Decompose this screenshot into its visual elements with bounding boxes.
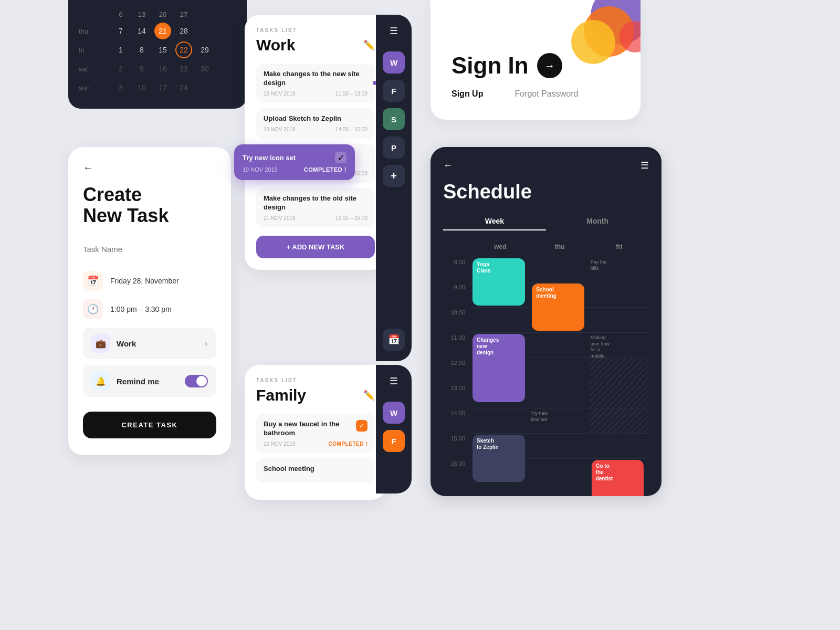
event-try-icon[interactable]: Try newicon set xyxy=(530,408,589,425)
cal-num[interactable]: 3 xyxy=(112,79,129,96)
remind-toggle[interactable] xyxy=(185,375,208,387)
tasks-family-card: TASKS LIST Family ✏️ Buy a new faucet in… xyxy=(245,365,386,500)
event-yoga[interactable]: YogaClass xyxy=(472,258,525,306)
category-icon: 💼 xyxy=(91,334,110,353)
cal-num[interactable]: 30 xyxy=(196,60,213,77)
cal-num[interactable]: 10 xyxy=(133,79,150,96)
cal-h2: 13 xyxy=(131,8,152,20)
svg-point-2 xyxy=(571,20,615,64)
avatar-p[interactable]: P xyxy=(383,136,405,159)
cell-fri-15 xyxy=(590,433,649,458)
event-dentist[interactable]: Go tothedentist xyxy=(592,460,644,496)
event-pay-bills[interactable]: Pay thebills xyxy=(590,257,649,274)
completed-label: COMPLETED ! xyxy=(329,441,368,447)
cal-num[interactable]: 16 xyxy=(154,60,171,77)
cal-num[interactable]: 24 xyxy=(175,79,192,96)
menu-icon-family[interactable]: ☰ xyxy=(390,375,398,387)
clock-icon: 🕐 xyxy=(83,299,103,319)
task-name-input[interactable] xyxy=(83,240,216,258)
task-item[interactable]: Buy a new faucet in the bathroom ✓ 16 NO… xyxy=(256,414,375,453)
task-date: 21 NOV 2019 xyxy=(264,215,296,221)
cal-num[interactable]: 29 xyxy=(196,41,213,58)
tasks-work-title: Work xyxy=(256,36,295,54)
cal-empty xyxy=(79,8,110,20)
menu-icon[interactable]: ☰ xyxy=(390,25,398,37)
time-11: 11:00 xyxy=(443,332,470,358)
avatar-s[interactable]: S xyxy=(383,108,405,130)
task-item[interactable]: Make changes to the new site design 18 N… xyxy=(256,64,375,103)
cell-wed-14 xyxy=(470,408,530,433)
task-name: Upload Sketch to Zeplin xyxy=(264,114,368,123)
cal-num[interactable]: 28 xyxy=(175,23,192,39)
cell-thu-11 xyxy=(530,332,589,358)
schedule-back-button[interactable]: ← xyxy=(443,160,453,171)
schedule-card: ← ☰ Schedule Week Month wed thu fri 8:00… xyxy=(430,147,662,496)
cal-sun: sun xyxy=(79,79,110,96)
avatar-w-family[interactable]: W xyxy=(383,402,405,424)
cal-sat: sat xyxy=(79,60,110,77)
add-task-button[interactable]: + ADD NEW TASK xyxy=(256,236,375,258)
task-item[interactable]: Make changes to the old site design 21 N… xyxy=(256,188,375,227)
tab-month[interactable]: Month xyxy=(546,213,649,230)
bubble-status: COMPLETED ! xyxy=(304,166,346,173)
signin-card: Sign In → Sign Up Forgot Password xyxy=(430,0,640,120)
time-10: 10:00 xyxy=(443,307,470,332)
avatar-f[interactable]: F xyxy=(383,80,405,102)
calendar-sidebar-icon[interactable]: 📅 xyxy=(383,329,405,351)
edit-icon[interactable]: ✏️ xyxy=(363,390,375,401)
col-empty xyxy=(443,241,470,257)
cal-num[interactable]: 23 xyxy=(175,60,192,77)
cell-thu-9: Schoolmeeting xyxy=(530,282,589,307)
cal-num[interactable]: 17 xyxy=(154,79,171,96)
event-school-meeting[interactable]: Schoolmeeting xyxy=(532,284,584,331)
cal-num-ring[interactable]: 22 xyxy=(175,41,192,58)
cell-thu-16 xyxy=(530,458,589,484)
back-button[interactable]: ← xyxy=(83,162,216,174)
cell-fri-14 xyxy=(590,408,649,433)
create-task-card: ← CreateNew Task 📅 Friday 28, November 🕐… xyxy=(68,147,231,455)
cal-num[interactable]: 8 xyxy=(133,41,150,58)
event-changes-design[interactable]: Changesnewdesign xyxy=(472,334,525,402)
time-value: 1:00 pm – 3:30 pm xyxy=(110,305,172,313)
task-item[interactable]: School meeting xyxy=(256,458,375,483)
cell-fri-11: Makinguser flowfor amobileapp xyxy=(590,332,649,358)
cal-num[interactable]: 1 xyxy=(112,41,129,58)
task-time: 11:00 – 13:00 xyxy=(335,91,368,97)
cal-h4: 27 xyxy=(173,8,194,20)
cell-thu-14: Try newicon set xyxy=(530,408,589,433)
signup-link[interactable]: Sign Up xyxy=(452,89,483,99)
schedule-tabs: Week Month xyxy=(443,213,649,230)
cell-fri-9 xyxy=(590,282,649,307)
tab-week[interactable]: Week xyxy=(443,213,546,230)
avatar-f-family[interactable]: F xyxy=(383,430,405,452)
time-14: 14:00 xyxy=(443,408,470,433)
cal-today[interactable]: 21 xyxy=(154,23,171,39)
cal-num[interactable]: 15 xyxy=(154,41,171,58)
calendar-card: 6 13 20 27 thu 7 14 21 28 fri 1 8 15 22 … xyxy=(68,0,247,109)
cal-num[interactable]: 9 xyxy=(133,60,150,77)
add-avatar-button[interactable]: + xyxy=(383,165,405,187)
cal-num[interactable]: 7 xyxy=(112,23,129,39)
time-12: 12:00 xyxy=(443,358,470,383)
create-task-button[interactable]: CREATE TASK xyxy=(83,412,216,438)
cal-num[interactable]: 14 xyxy=(133,23,150,39)
time-15: 15:00 xyxy=(443,433,470,458)
task-date: 18 NOV 2019 xyxy=(264,127,296,132)
forgot-password-link[interactable]: Forgot Password xyxy=(514,89,578,99)
category-row[interactable]: 💼 Work › xyxy=(83,328,216,359)
sidebar-work: ☰ W F S P + 📅 xyxy=(376,15,412,361)
cal-thu: thu xyxy=(79,23,110,39)
avatar-w[interactable]: W xyxy=(383,51,405,74)
cell-thu-15 xyxy=(530,433,589,458)
cal-fri: fri xyxy=(79,41,110,58)
cal-num[interactable]: 2 xyxy=(112,60,129,77)
event-sketch-zeplin[interactable]: Sketchto Zeplin xyxy=(472,435,525,482)
task-item[interactable]: Upload Sketch to Zeplin 18 NOV 2019 14:0… xyxy=(256,108,375,139)
signin-blobs xyxy=(556,0,640,68)
edit-icon[interactable]: ✏️ xyxy=(363,39,375,51)
schedule-title: Schedule xyxy=(443,181,649,203)
task-name: Buy a new faucet in the bathroom xyxy=(264,420,352,438)
date-value: Friday 28, November xyxy=(110,277,179,285)
cell-wed-8: YogaClass xyxy=(470,257,530,282)
schedule-menu-icon[interactable]: ☰ xyxy=(640,160,649,171)
